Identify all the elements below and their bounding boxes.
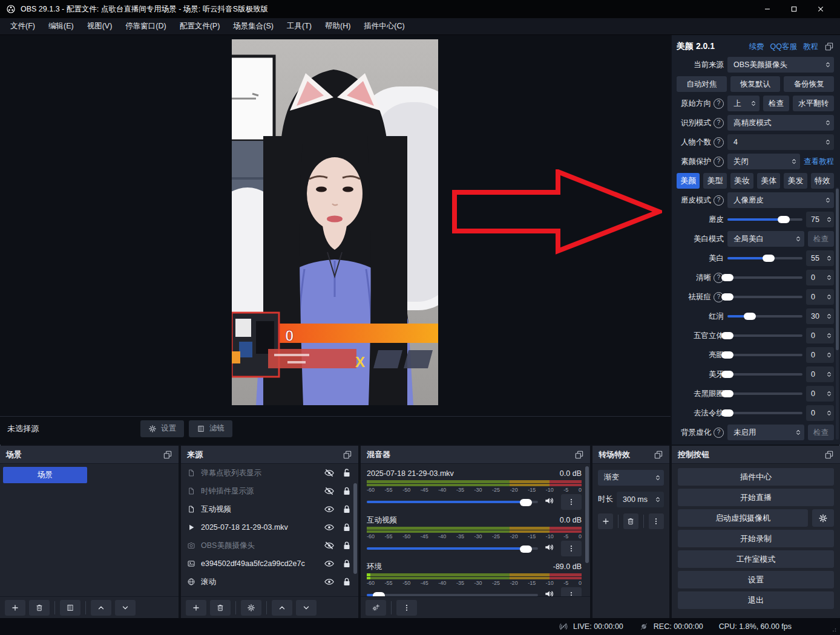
sources-gear-button[interactable] — [241, 600, 261, 616]
beauty-scrollbar[interactable] — [836, 187, 839, 440]
volume-slider[interactable] — [367, 501, 538, 503]
control-button-3[interactable]: 开始录制 — [678, 530, 834, 547]
popout-icon[interactable] — [343, 450, 352, 460]
close-button[interactable] — [807, 0, 834, 18]
menu-item-2[interactable]: 视图(V) — [80, 21, 119, 31]
sources-chevup-button[interactable] — [272, 600, 292, 616]
channel-menu-button[interactable] — [561, 494, 582, 510]
source-settings-button[interactable]: 设置 — [140, 420, 184, 437]
maximize-button[interactable] — [781, 0, 807, 18]
combo-识别模式[interactable]: 高精度模式 — [727, 115, 834, 131]
popout-icon[interactable] — [654, 450, 663, 460]
lock-toggle[interactable] — [341, 504, 352, 515]
slider-track[interactable] — [727, 392, 802, 395]
source-row[interactable]: 弹幕点歌列表显示 — [181, 464, 358, 482]
lock-toggle[interactable] — [341, 486, 352, 497]
control-button-6[interactable]: 退出 — [678, 591, 834, 609]
help-icon[interactable]: ? — [714, 195, 724, 206]
slider-value-五官立体[interactable]: 0 — [806, 328, 834, 344]
slider-value-祛斑痘[interactable]: 0 — [806, 289, 834, 305]
beauty-tab-3[interactable]: 美体 — [757, 173, 780, 189]
source-row[interactable]: 滚动 — [181, 573, 358, 591]
beauty-tab-0[interactable]: 美颜 — [677, 173, 700, 189]
beauty-tab-5[interactable]: 特效 — [811, 173, 834, 189]
scenes-trash-button[interactable] — [29, 600, 50, 616]
visibility-toggle[interactable] — [324, 504, 335, 515]
channel-menu-button[interactable] — [561, 541, 582, 556]
help-icon[interactable]: ? — [714, 428, 724, 438]
check-button[interactable]: 检查 — [808, 425, 834, 440]
slider-亮眼[interactable] — [727, 347, 802, 363]
slider-track[interactable] — [727, 218, 802, 221]
lock-toggle[interactable] — [341, 558, 352, 569]
mixer-dots-button[interactable] — [396, 600, 417, 616]
source-row[interactable]: e394502df49aa5fc2a99cd2e7c — [181, 555, 358, 573]
control-button-0[interactable]: 插件中心 — [678, 468, 834, 486]
combo-背景虚化[interactable]: 未启用 — [727, 425, 804, 440]
menu-item-5[interactable]: 场景集合(S) — [226, 21, 280, 31]
slider-track[interactable] — [727, 276, 802, 279]
slider-track[interactable] — [727, 257, 802, 259]
channel-menu-button[interactable] — [561, 587, 582, 596]
slider-清晰[interactable] — [727, 270, 802, 285]
mute-toggle[interactable] — [543, 495, 556, 509]
resize-grip[interactable] — [830, 625, 837, 633]
slider-value-清晰[interactable]: 0 — [806, 270, 834, 285]
source-row[interactable]: 2025-07-18 21-29-03.mkv — [181, 518, 358, 536]
slider-红润[interactable] — [727, 308, 802, 324]
mixer-scrollbar[interactable] — [585, 466, 589, 563]
menu-item-4[interactable]: 配置文件(P) — [173, 21, 227, 31]
slider-handle[interactable] — [744, 313, 756, 320]
slider-去法令纹[interactable] — [727, 405, 802, 421]
source-row[interactable]: 时钟插件显示源 — [181, 482, 358, 500]
volume-slider[interactable] — [367, 547, 538, 550]
slider-handle[interactable] — [721, 332, 733, 339]
volume-handle[interactable] — [373, 592, 385, 596]
slider-祛斑痘[interactable] — [727, 289, 802, 305]
check-button[interactable]: 检查 — [808, 231, 834, 247]
beauty-button-0[interactable]: 自动对焦 — [677, 76, 727, 92]
slider-handle[interactable] — [763, 255, 775, 262]
slider-handle[interactable] — [721, 293, 733, 301]
renew-link[interactable]: 续费 — [749, 42, 764, 52]
duration-spinbox[interactable]: 300 ms — [617, 492, 664, 507]
scenes-chevup-button[interactable] — [91, 600, 111, 616]
beauty-tab-4[interactable]: 美发 — [784, 173, 807, 189]
help-icon[interactable]: ? — [714, 99, 724, 109]
slider-handle[interactable] — [721, 390, 733, 397]
slider-track[interactable] — [727, 373, 802, 376]
beauty-button-1[interactable]: 恢复默认 — [730, 76, 781, 92]
control-button-5[interactable]: 设置 — [678, 571, 834, 588]
slider-去黑眼圈[interactable] — [727, 386, 802, 402]
beauty-extra-button-检查[interactable]: 检查 — [763, 96, 789, 111]
qq-support-link[interactable]: QQ客服 — [770, 42, 797, 52]
visibility-toggle[interactable] — [324, 467, 335, 478]
visibility-toggle[interactable] — [324, 522, 335, 533]
visibility-toggle[interactable] — [324, 486, 335, 497]
control-button-2[interactable]: 启动虚拟摄像机 — [678, 509, 808, 527]
sources-scrollbar[interactable] — [353, 483, 357, 574]
mute-toggle[interactable] — [543, 588, 556, 596]
slider-value-去法令纹[interactable]: 0 — [806, 405, 834, 421]
transition-menu-button[interactable] — [649, 513, 664, 529]
lock-toggle[interactable] — [341, 576, 352, 587]
scenes-chevdown-button[interactable] — [115, 600, 136, 616]
control-button-4[interactable]: 工作室模式 — [678, 550, 834, 568]
source-filters-button[interactable]: 滤镜 — [189, 420, 232, 437]
beauty-button-2[interactable]: 备份恢复 — [784, 76, 834, 92]
lock-toggle[interactable] — [341, 522, 352, 533]
slider-handle[interactable] — [721, 351, 733, 359]
lock-toggle[interactable] — [341, 467, 352, 478]
beauty-extra-button-水平翻转[interactable]: 水平翻转 — [793, 96, 834, 111]
slider-美牙[interactable] — [727, 366, 802, 382]
slider-value-美白[interactable]: 55 — [806, 250, 834, 266]
slider-handle[interactable] — [721, 371, 733, 378]
slider-value-磨皮[interactable]: 75 — [806, 212, 834, 227]
menu-item-1[interactable]: 编辑(E) — [42, 21, 80, 31]
slider-handle[interactable] — [721, 274, 733, 281]
help-icon[interactable]: ? — [714, 118, 724, 128]
volume-slider[interactable] — [367, 594, 538, 596]
source-row[interactable]: OBS美颜摄像头 — [181, 536, 358, 555]
beauty-tab-2[interactable]: 美妆 — [730, 173, 753, 189]
scene-item[interactable]: 场景 — [3, 467, 87, 483]
